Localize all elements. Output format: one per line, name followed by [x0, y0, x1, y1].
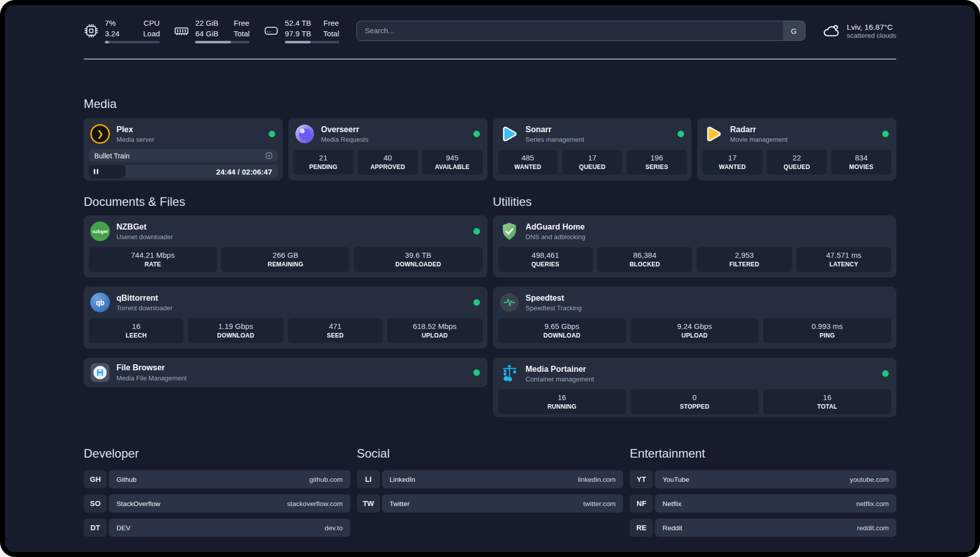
section-heading-developer: Developer	[84, 447, 350, 461]
link-badge: LI	[357, 470, 380, 488]
search-input[interactable]	[356, 21, 806, 41]
link-youtube[interactable]: YT YouTube youtube.com	[630, 470, 896, 488]
plex-card[interactable]: ❯ Plex Media server Bullet Train	[84, 118, 283, 181]
filebrowser-icon	[90, 363, 110, 382]
qbittorrent-icon: qb	[90, 293, 110, 312]
system-stats: 7% 3.24 CPU Load	[84, 18, 339, 43]
section-heading-entertainment: Entertainment	[630, 447, 896, 461]
stat-seed: 471SEED	[288, 318, 383, 343]
status-indicator	[473, 369, 480, 376]
stat-running: 16RUNNING	[498, 389, 626, 414]
link-linkedin[interactable]: LI LinkedIn linkedin.com	[357, 470, 624, 488]
app-subtitle: DNS and adblocking	[526, 233, 586, 241]
stat-approved: 40APPROVED	[358, 150, 418, 175]
stat-total: 16TOTAL	[763, 389, 891, 414]
search-engine-button[interactable]: G	[783, 21, 805, 40]
app-title: AdGuard Home	[526, 222, 586, 232]
social-section: Social LI LinkedIn linkedin.com TW Twitt…	[357, 447, 624, 519]
nzbget-icon: nzbget	[90, 221, 110, 241]
header-divider	[84, 59, 896, 60]
link-name: LinkedIn	[390, 476, 415, 483]
cpu-usage-value: 7%	[105, 18, 133, 28]
app-title: Media Portainer	[526, 364, 594, 374]
disk-free-label: Free	[323, 18, 339, 28]
disk-progress-bar	[285, 41, 339, 43]
speedtest-card[interactable]: Speedtest Speedtest Tracking 9.65 GbpsDO…	[493, 287, 897, 349]
radarr-card[interactable]: Radarr Movie management 17WANTED 22QUEUE…	[697, 118, 896, 181]
speedtest-icon	[500, 293, 519, 312]
ram-free-label: Free	[233, 18, 250, 28]
app-subtitle: Usenet downloader	[116, 233, 173, 241]
weather-widget: Lviv, 16.87°C scattered clouds	[822, 22, 896, 40]
cpu-stat: 7% 3.24 CPU Load	[84, 18, 160, 43]
status-indicator	[473, 228, 480, 235]
playback-time: 24:44 / 02:06:47	[216, 168, 278, 176]
overseerr-icon	[295, 124, 315, 144]
plex-icon: ❯	[90, 124, 110, 144]
app-subtitle: Movie management	[730, 136, 787, 143]
stat-upload: 9.24 GbpsUPLOAD	[631, 318, 759, 343]
overseerr-card[interactable]: Overseerr Media Requests 21PENDING 40APP…	[288, 118, 487, 181]
developer-section: Developer GH Github github.com SO StackO…	[84, 447, 350, 543]
app-subtitle: Speedtest Tracking	[526, 304, 582, 312]
link-badge: TW	[357, 494, 380, 513]
nzbget-card[interactable]: nzbget NZBGet Usenet downloader 744.21 M…	[84, 215, 487, 277]
stat-wanted: 17WANTED	[702, 150, 762, 175]
link-reddit[interactable]: RE Reddit reddit.com	[630, 519, 896, 537]
status-indicator	[269, 131, 275, 137]
app-title: Sonarr	[526, 125, 584, 134]
stat-queued: 22QUEUED	[767, 150, 827, 175]
link-dev[interactable]: DT DEV dev.to	[84, 519, 350, 537]
link-github[interactable]: GH Github github.com	[84, 470, 350, 488]
link-domain: youtube.com	[850, 476, 889, 483]
app-title: Plex	[116, 125, 154, 134]
link-domain: linkedin.com	[578, 476, 616, 483]
portainer-card[interactable]: Media Portainer Container management 16R…	[493, 358, 897, 417]
app-title: Speedtest	[526, 293, 582, 303]
cpu-load-label: Load	[143, 29, 160, 39]
playback-progress	[89, 165, 126, 178]
qbittorrent-card[interactable]: qb qBittorrent Torrent downloader 16LEEC…	[84, 287, 487, 349]
status-indicator	[473, 131, 480, 137]
stat-blocked: 86,384BLOCKED	[597, 247, 692, 272]
stat-upload: 618.52 MbpsUPLOAD	[387, 318, 482, 343]
link-netflix[interactable]: NF Netflix netflix.com	[630, 494, 896, 513]
link-badge: RE	[630, 519, 653, 537]
cpu-progress-bar	[105, 41, 160, 43]
media-section: ❯ Plex Media server Bullet Train	[84, 118, 896, 181]
portainer-icon	[500, 364, 519, 383]
stat-leech: 16LEECH	[89, 318, 183, 343]
link-domain: twitter.com	[583, 500, 616, 508]
link-name: Github	[116, 476, 137, 483]
ram-total-label: Total	[233, 29, 250, 39]
entertainment-section: Entertainment YT YouTube youtube.com NF …	[630, 447, 896, 543]
link-name: Twitter	[390, 500, 410, 508]
app-title: qBittorrent	[116, 293, 172, 303]
app-title: Radarr	[730, 125, 787, 134]
link-badge: DT	[84, 519, 107, 537]
stat-pending: 21PENDING	[293, 150, 353, 175]
weather-location: Lviv, 16.87°C	[847, 22, 896, 32]
pause-icon	[94, 167, 100, 176]
cloud-icon	[822, 22, 840, 40]
stat-download: 9.65 GbpsDOWNLOAD	[498, 318, 626, 343]
status-indicator	[473, 299, 480, 306]
disk-free-value: 52.4 TB	[285, 18, 313, 28]
link-name: Netflix	[662, 500, 682, 508]
dashboard: 7% 3.24 CPU Load	[5, 5, 975, 552]
stat-series: 196SERIES	[627, 150, 687, 175]
now-playing-icon[interactable]	[265, 151, 273, 160]
stat-available: 945AVAILABLE	[422, 150, 482, 175]
disk-icon	[264, 23, 279, 38]
now-playing-title: Bullet Train	[94, 152, 130, 160]
section-heading-social: Social	[357, 447, 624, 461]
app-subtitle: Series management	[526, 136, 584, 143]
link-stackoverflow[interactable]: SO StackOverflow stackoverflow.com	[84, 494, 350, 513]
link-name: YouTube	[662, 476, 689, 483]
app-title: NZBGet	[116, 222, 173, 232]
filebrowser-card[interactable]: File Browser Media File Management	[84, 358, 487, 387]
sonarr-card[interactable]: Sonarr Series management 485WANTED 17QUE…	[493, 118, 692, 181]
link-twitter[interactable]: TW Twitter twitter.com	[357, 494, 624, 513]
link-name: Reddit	[662, 524, 682, 532]
adguard-card[interactable]: AdGuard Home DNS and adblocking 498,461Q…	[493, 215, 897, 277]
